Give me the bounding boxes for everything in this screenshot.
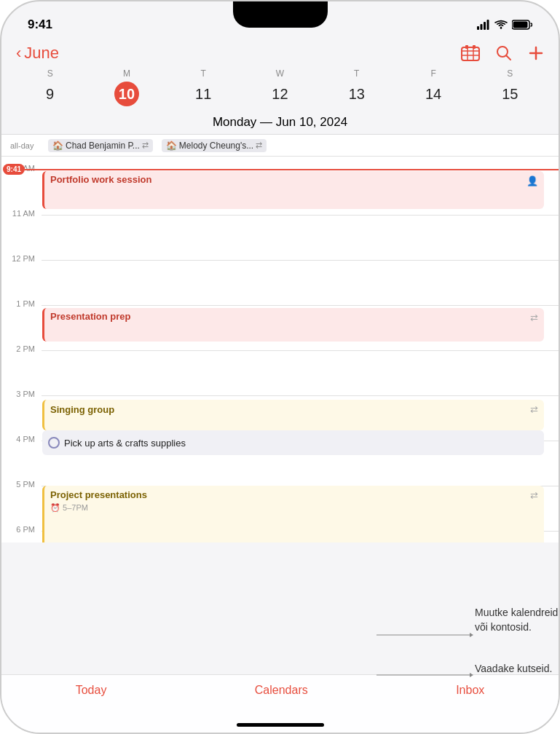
header-action-icons (461, 45, 544, 61)
time-label-4pm: 4 PM (7, 435, 35, 443)
day-col-sat[interactable]: S 15 (472, 68, 548, 106)
day-col-mon[interactable]: M 10 (88, 68, 165, 106)
annotation-calendars: Muutke kalendreidvõi kontosid. (376, 613, 551, 660)
status-time: 9:41 (28, 17, 52, 32)
home-icon: 🏠 (166, 141, 177, 151)
time-label-11am: 11 AM (7, 209, 35, 218)
event-title: Presentation prep (50, 311, 131, 322)
month-title[interactable]: June (24, 44, 59, 63)
phone-frame: 9:41 (0, 0, 560, 734)
time-label-3pm: 3 PM (7, 390, 35, 398)
tab-today[interactable]: Today (76, 684, 107, 697)
allday-event-melody[interactable]: 🏠 Melody Cheung's... ⇄ (162, 139, 267, 152)
event-project[interactable]: Project presentations ⏰ 5–7PM ⇄ (42, 486, 544, 542)
day-col-fri[interactable]: F 14 (395, 68, 471, 106)
day-col-sun[interactable]: S 9 (12, 68, 88, 106)
svg-rect-12 (465, 45, 468, 49)
current-time-line (25, 169, 559, 170)
time-label-12pm: 12 PM (7, 254, 35, 263)
annotation-calendars-text: Muutke kalendreidvõi kontosid. (475, 606, 558, 634)
calendar-view-icon[interactable] (461, 45, 480, 61)
svg-marker-19 (470, 633, 473, 637)
tab-calendars[interactable]: Calendars (255, 684, 308, 697)
time-label-1pm: 1 PM (7, 299, 35, 308)
allday-event-title: Melody Cheung's... (179, 141, 253, 151)
time-line (42, 350, 559, 351)
allday-row: all-day 🏠 Chad Benjamin P... ⇄ 🏠 Melody … (1, 135, 559, 157)
day-letter: S (47, 68, 53, 79)
event-title: Portfolio work session (50, 174, 151, 185)
day-num: 9 (38, 82, 63, 106)
sync-icon: ⇄ (256, 141, 262, 150)
back-arrow-icon[interactable]: ‹ (16, 44, 21, 63)
home-indicator (237, 723, 324, 727)
allday-event-title: Chad Benjamin P... (66, 141, 140, 151)
calendar-header: ‹ June (1, 38, 559, 63)
day-num: 11 (191, 82, 216, 106)
allday-event-chad[interactable]: 🏠 Chad Benjamin P... ⇄ (48, 139, 153, 152)
current-time-badge: 9:41 (3, 164, 25, 175)
sync-icon: ⇄ (142, 141, 149, 150)
day-col-tue[interactable]: T 11 (165, 68, 242, 106)
svg-rect-13 (473, 45, 476, 49)
time-line (42, 305, 559, 306)
svg-point-4 (500, 27, 502, 29)
day-letter: S (507, 68, 513, 79)
wifi-icon (494, 20, 508, 30)
svg-rect-2 (484, 22, 486, 30)
time-label-2pm: 2 PM (7, 344, 35, 353)
people-icon: 👤 (527, 175, 538, 186)
month-nav[interactable]: ‹ June (16, 44, 59, 63)
day-num: 14 (421, 82, 446, 106)
day-letter: T (354, 68, 359, 79)
allday-label: all-day (10, 141, 42, 150)
home-icon: 🏠 (52, 141, 63, 151)
time-line (42, 260, 559, 261)
svg-rect-7 (462, 47, 479, 60)
status-icons (477, 20, 532, 30)
event-subtitle: ⏰ 5–7PM (50, 503, 88, 512)
svg-rect-6 (513, 22, 528, 28)
svg-marker-21 (470, 673, 473, 677)
task-pickup[interactable]: Pick up arts & crafts supplies (42, 430, 544, 455)
event-singing[interactable]: Singing group ⇄ (42, 400, 544, 430)
day-letter: T (201, 68, 206, 79)
event-presentation[interactable]: Presentation prep ⇄ (42, 308, 544, 342)
week-row: S 9 M 10 T 11 W 12 T 13 F 14 S 15 (1, 63, 559, 106)
svg-rect-1 (481, 24, 483, 30)
event-title: Singing group (50, 404, 114, 415)
time-line (42, 395, 559, 396)
battery-icon (512, 20, 532, 30)
time-label-5pm: 5 PM (7, 480, 35, 489)
day-col-wed[interactable]: W 12 (242, 68, 318, 106)
annotation-inbox-text: Vaadake kutseid. (475, 663, 552, 674)
day-letter: W (276, 68, 284, 79)
date-heading: Monday — Jun 10, 2024 (1, 106, 559, 135)
svg-rect-3 (487, 20, 489, 30)
repeat-icon: ⇄ (530, 404, 538, 415)
day-col-thu[interactable]: T 13 (318, 68, 395, 106)
day-num: 13 (344, 82, 369, 106)
day-num-today: 10 (114, 82, 139, 106)
day-letter: F (430, 68, 435, 79)
notch (233, 1, 328, 28)
timeline: 10 AM 11 AM 12 PM 1 PM 2 PM (1, 157, 559, 542)
time-line (42, 215, 559, 216)
svg-rect-0 (477, 26, 479, 30)
repeat-icon: ⇄ (530, 312, 538, 323)
annotation-inbox: Vaadake kutseid. (376, 660, 551, 692)
event-portfolio[interactable]: Portfolio work session 👤 (42, 171, 544, 209)
time-label-6pm: 6 PM (7, 525, 35, 534)
search-icon[interactable] (496, 45, 512, 61)
current-time-indicator: 9:41 (1, 164, 559, 175)
repeat-icon: ⇄ (530, 490, 538, 501)
event-title: Project presentations (50, 489, 538, 500)
task-circle-icon (48, 437, 60, 449)
day-letter: M (123, 68, 130, 79)
day-num: 15 (497, 82, 522, 106)
task-title: Pick up arts & crafts supplies (64, 438, 186, 449)
day-num: 12 (267, 82, 292, 106)
signal-icon (477, 20, 490, 30)
add-event-icon[interactable] (528, 45, 544, 61)
svg-line-15 (507, 56, 511, 60)
